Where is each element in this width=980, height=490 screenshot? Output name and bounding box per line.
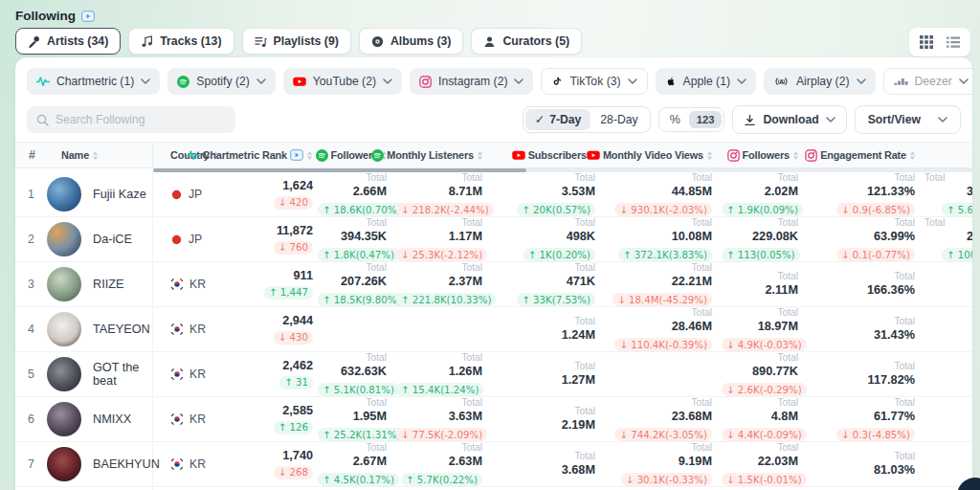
filter-chip-deezer[interactable]: Deezer: [883, 68, 972, 95]
tab-albums[interactable]: Albums (3): [359, 28, 464, 55]
artist-name-cell[interactable]: NMIXX: [44, 397, 153, 441]
column-header-name[interactable]: Name: [44, 143, 153, 167]
artist-name-cell[interactable]: Da-iCE: [44, 217, 153, 261]
filter-chip-youtube[interactable]: YouTube (2): [283, 68, 402, 95]
sort-icon[interactable]: [306, 150, 313, 161]
tab-curators[interactable]: Curators (5): [471, 28, 582, 55]
column-header-monthly_video_views[interactable]: Monthly Video Views: [605, 149, 722, 161]
country-code: KR: [189, 323, 206, 336]
column-header-tiktok_followers[interactable]: Followers: [924, 149, 972, 162]
column-header-ig_followers[interactable]: Followers: [722, 149, 808, 162]
sort-icon[interactable]: [909, 150, 916, 161]
metric-value: 4.8M: [722, 409, 798, 425]
change-badge: ↑ 113(0.05%): [722, 248, 800, 261]
platform-filter-bar: Chartmetric (1)Spotify (2)YouTube (2)Ins…: [15, 57, 972, 100]
range-28day-button[interactable]: 28-Day: [590, 109, 647, 130]
artist-name-cell[interactable]: GOT the beat: [44, 352, 153, 396]
filter-chip-spotify[interactable]: Spotify (2): [167, 68, 276, 95]
country-cell: JP: [153, 233, 228, 246]
filter-chip-apple[interactable]: Apple (1): [656, 68, 756, 95]
column-header-monthly_listeners[interactable]: Monthly Listeners: [396, 149, 492, 162]
tab-playlists[interactable]: Playlists (9): [242, 28, 351, 55]
metric-cell-spotify_followers: Total1.95M↑ 25.2K(1.31%): [318, 396, 396, 442]
filter-chip-label: TikTok (3): [569, 75, 620, 88]
filter-chip-chartmetric[interactable]: Chartmetric (1): [27, 68, 160, 95]
change-badge: ↑ 100(0.: [942, 248, 972, 261]
search-input[interactable]: [56, 113, 226, 126]
artist-name: RIIZE: [93, 278, 123, 291]
note-icon: [141, 35, 153, 48]
filter-chip-tiktok[interactable]: TikTok (3): [541, 68, 647, 95]
tab-tracks[interactable]: Tracks (13): [128, 28, 234, 55]
table-row[interactable]: 6NMIXXKR2,585↑ 126Total1.95M↑ 25.2K(1.31…: [15, 397, 972, 442]
total-label: Total: [318, 441, 387, 454]
change-badge: ↓ 420: [274, 196, 313, 210]
total-label: Total: [924, 216, 972, 229]
table-row[interactable]: 5GOT the beatKR2,462↑ 31Total632.63K↑ 5.…: [15, 352, 972, 397]
column-header-engagement_rate[interactable]: Engagement Rate: [808, 149, 924, 162]
tutorial-video-icon[interactable]: [81, 11, 95, 22]
sort-icon[interactable]: [706, 150, 713, 161]
sort-view-button[interactable]: Sort/View: [855, 105, 961, 134]
metric-value: 9.19M: [605, 454, 712, 470]
column-header-rank[interactable]: Chartmetric Rank: [228, 149, 318, 161]
metric-value: 2.19M: [492, 417, 595, 434]
number-format-button[interactable]: 123: [689, 111, 723, 128]
sort-icon[interactable]: [792, 150, 799, 161]
metric-value: 28.46M: [605, 319, 712, 335]
chevron-down-icon: [628, 78, 637, 84]
filter-chip-label: Chartmetric (1): [56, 75, 134, 88]
range-7day-button[interactable]: ✓ 7-Day: [525, 109, 590, 130]
column-header-spotify_followers[interactable]: Followers: [318, 149, 396, 162]
metric-value: 61.77%: [808, 409, 915, 425]
search-icon: [36, 114, 49, 126]
total-label: Total: [318, 261, 387, 274]
chartmetric-rank-cell: 2,944↓ 430: [228, 314, 318, 345]
filter-chip-label: Deezer: [915, 75, 952, 88]
filter-chip-instagram[interactable]: Instagram (2): [410, 68, 533, 95]
chevron-down-icon: [514, 78, 523, 84]
download-button[interactable]: Download: [732, 105, 846, 134]
table-row[interactable]: 4TAEYEONKR2,944↓ 430Total1.24MTotal28.46…: [15, 307, 972, 352]
spotify-icon: [371, 149, 384, 162]
scrollbar-thumb[interactable]: [153, 168, 526, 172]
filter-chip-airplay[interactable]: AAirplay (2): [764, 68, 876, 95]
change-badge: ↓ 110.4K(-0.39%): [614, 338, 712, 351]
metric-value: 1.95M: [318, 409, 387, 425]
chevron-down-icon: [737, 78, 746, 84]
artist-name-cell[interactable]: Fujii Kaze: [44, 172, 153, 216]
total-label: Total: [808, 396, 915, 409]
horizontal-scrollbar[interactable]: [153, 168, 972, 172]
sort-icon[interactable]: [92, 150, 99, 161]
chevron-down-icon: [826, 117, 835, 122]
metric-cell-engagement_rate: Total117.82%: [808, 360, 924, 389]
table-row[interactable]: 2Da-iCEJP11,872↓ 760Total394.35K↑ 1.8K(0…: [15, 217, 972, 262]
sort-icon[interactable]: [477, 150, 483, 161]
total-label: Total: [722, 306, 798, 319]
metric-value: 23.68M: [605, 409, 712, 425]
table-row[interactable]: 7BAEKHYUNKR1,740↓ 268Total2.67M↑ 4.5K(0.…: [15, 442, 972, 487]
grid-view-icon[interactable]: [920, 35, 933, 49]
change-badge: ↑ 1.9K(0.09%): [722, 203, 803, 216]
metric-cell-monthly_video_views: Total22.21M↓ 18.4M(-45.29%): [605, 261, 722, 307]
change-badge: ↓ 930.1K(-2.03%): [614, 203, 712, 216]
metric-cell-spotify_followers: Total632.63K↑ 5.1K(0.81%): [318, 351, 396, 397]
change-badge: ↓ 1.5K(-0.01%): [722, 473, 807, 486]
artist-name-cell[interactable]: BAEKHYUN: [44, 442, 153, 486]
metric-value: 22.21M: [605, 274, 712, 290]
table-row[interactable]: 1Fujii KazeJP1,624↓ 420Total2.66M↑ 18.6K…: [15, 172, 972, 217]
chartmetric-rank-cell: 1,740↓ 268: [228, 449, 318, 479]
table-row[interactable]: 3RIIZEKR911↑ 1,447Total207.26K↑ 18.5K(9.…: [15, 262, 972, 307]
percent-format-button[interactable]: %: [661, 110, 689, 129]
tab-artists[interactable]: Artists (34): [15, 28, 121, 55]
artist-name: NMIXX: [93, 412, 131, 426]
rank-info-video-icon[interactable]: [290, 149, 303, 161]
list-view-icon[interactable]: [947, 35, 960, 49]
artist-name-cell[interactable]: RIIZE: [44, 262, 153, 306]
artist-name-cell[interactable]: TAEYEON: [44, 307, 153, 351]
filter-chip-label: Airplay (2): [796, 75, 850, 88]
metric-value: 2.67M: [318, 454, 387, 470]
chartmetric-icon: [36, 76, 50, 87]
person-icon: [483, 35, 496, 48]
change-badge: ↑ 33K(7.53%): [517, 293, 595, 306]
